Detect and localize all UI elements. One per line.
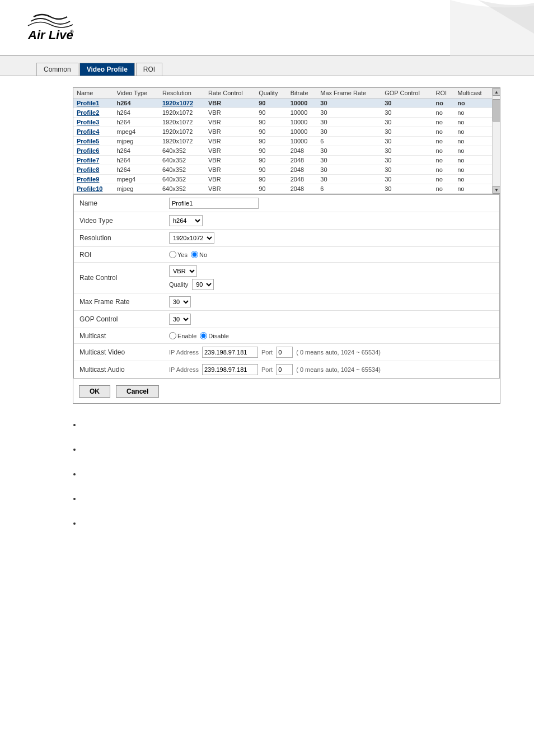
resolution-select[interactable]: 1920x1072 640x352	[169, 232, 214, 244]
table-cell: no	[454, 165, 492, 175]
table-row[interactable]: Profile8h264640x352VBR9020483030nono	[73, 165, 492, 175]
multicast-enable-radio[interactable]	[169, 332, 176, 339]
th-bitrate: Bitrate	[287, 88, 317, 99]
multicast-audio-hint: ( 0 means auto, 1024 ~ 65534)	[296, 366, 381, 373]
table-cell: VBR	[205, 108, 255, 118]
multicast-audio-ip-label: IP Address	[169, 366, 199, 373]
form-row-multicast-audio: Multicast Audio IP Address Port ( 0 mean…	[74, 361, 499, 378]
table-cell: no	[433, 184, 455, 194]
table-cell[interactable]: Profile7	[73, 156, 114, 165]
quality-select[interactable]: 90 80 70 60	[192, 279, 214, 290]
multicast-audio-label: Multicast Audio	[79, 366, 169, 374]
table-scrollbar[interactable]: ▲ ▼	[492, 88, 500, 194]
gop-control-label: GOP Control	[79, 315, 169, 323]
scrollbar-down-button[interactable]: ▼	[493, 186, 500, 194]
roi-label: ROI	[79, 251, 169, 259]
max-frame-rate-control: 30 15 10 6	[169, 296, 494, 307]
tab-roi[interactable]: ROI	[136, 63, 162, 76]
cancel-button[interactable]: Cancel	[116, 385, 159, 398]
roi-yes-option[interactable]: Yes	[169, 251, 188, 258]
table-row[interactable]: Profile10mjpeg640x352VBR902048630nono	[73, 184, 492, 194]
table-cell: VBR	[205, 127, 255, 137]
table-cell: h264	[114, 108, 159, 118]
gop-control-select[interactable]: 30 60 90	[169, 314, 191, 325]
roi-no-radio[interactable]	[191, 251, 198, 258]
table-cell: 1920x1072	[159, 127, 205, 137]
table-cell: 30	[381, 146, 432, 156]
table-cell[interactable]: Profile2	[73, 108, 114, 118]
roi-control: Yes No	[169, 251, 494, 258]
table-cell: 640x352	[159, 156, 205, 165]
scrollbar-thumb[interactable]	[493, 99, 500, 122]
video-type-control: h264 mpeg4 mjpeg	[169, 215, 494, 226]
rate-control-select[interactable]: VBR CBR	[169, 265, 197, 277]
multicast-video-port-input[interactable]	[276, 347, 293, 358]
header: Air Live ®	[0, 0, 534, 56]
multicast-audio-ip-group: IP Address Port ( 0 means auto, 1024 ~ 6…	[169, 364, 494, 375]
table-row[interactable]: Profile6h264640x352VBR9020483030nono	[73, 146, 492, 156]
max-frame-rate-label: Max Frame Rate	[79, 298, 169, 306]
table-cell: 2048	[287, 184, 317, 194]
table-cell[interactable]: Profile9	[73, 175, 114, 184]
tab-common[interactable]: Common	[36, 63, 78, 76]
table-row[interactable]: Profile4mpeg41920x1072VBR90100003030nono	[73, 127, 492, 137]
table-cell: 90	[255, 127, 287, 137]
multicast-audio-ip-input[interactable]	[202, 364, 258, 375]
roi-no-option[interactable]: No	[191, 251, 207, 258]
multicast-disable-option[interactable]: Disable	[200, 332, 229, 339]
table-cell: VBR	[205, 165, 255, 175]
multicast-video-ip-input[interactable]	[202, 347, 258, 358]
multicast-radio-group: Enable Disable	[169, 332, 494, 339]
table-cell: no	[454, 184, 492, 194]
table-cell: 30	[317, 156, 381, 165]
table-cell: VBR	[205, 99, 255, 108]
name-input[interactable]	[169, 198, 259, 209]
table-cell: 90	[255, 175, 287, 184]
table-cell[interactable]: Profile8	[73, 165, 114, 175]
tab-video-profile[interactable]: Video Profile	[79, 63, 135, 76]
multicast-label: Multicast	[79, 332, 169, 340]
bullet-list	[36, 409, 517, 555]
table-cell: 30	[381, 118, 432, 127]
video-type-select[interactable]: h264 mpeg4 mjpeg	[169, 215, 203, 226]
table-row[interactable]: Profile7h264640x352VBR9020483030nono	[73, 156, 492, 165]
multicast-enable-option[interactable]: Enable	[169, 332, 196, 339]
table-row[interactable]: Profile5mjpeg1920x1072VBR9010000630nono	[73, 137, 492, 146]
table-cell[interactable]: Profile3	[73, 118, 114, 127]
table-cell: 1920x1072	[159, 137, 205, 146]
table-cell[interactable]: Profile6	[73, 146, 114, 156]
logo: Air Live ®	[17, 11, 84, 49]
multicast-audio-port-input[interactable]	[276, 364, 293, 375]
table-cell: no	[454, 137, 492, 146]
bullet-4	[81, 494, 472, 502]
table-cell: 10000	[287, 108, 317, 118]
th-rate-control: Rate Control	[205, 88, 255, 99]
table-cell[interactable]: Profile5	[73, 137, 114, 146]
table-cell: 10000	[287, 137, 317, 146]
table-cell: 2048	[287, 156, 317, 165]
table-cell: 30	[381, 127, 432, 137]
header-decoration	[366, 0, 534, 56]
form-buttons: OK Cancel	[73, 380, 500, 403]
table-cell[interactable]: Profile1	[73, 99, 114, 108]
table-cell[interactable]: Profile10	[73, 184, 114, 194]
table-row[interactable]: Profile1h2641920x1072VBR90100003030nono	[73, 99, 492, 108]
roi-yes-radio[interactable]	[169, 251, 176, 258]
multicast-disable-radio[interactable]	[200, 332, 207, 339]
video-type-label: Video Type	[79, 217, 169, 225]
th-quality: Quality	[255, 88, 287, 99]
form-row-video-type: Video Type h264 mpeg4 mjpeg	[74, 212, 499, 230]
table-cell[interactable]: Profile4	[73, 127, 114, 137]
table-cell: 10000	[287, 127, 317, 137]
th-max-frame-rate: Max Frame Rate	[317, 88, 381, 99]
table-row[interactable]: Profile3h2641920x1072VBR90100003030nono	[73, 118, 492, 127]
max-frame-rate-select[interactable]: 30 15 10 6	[169, 296, 191, 307]
table-cell: 30	[381, 156, 432, 165]
table-row[interactable]: Profile2h2641920x1072VBR90100003030nono	[73, 108, 492, 118]
form-row-name: Name	[74, 195, 499, 212]
table-row[interactable]: Profile9mpeg4640x352VBR9020483030nono	[73, 175, 492, 184]
table-cell: 2048	[287, 165, 317, 175]
scrollbar-up-button[interactable]: ▲	[493, 88, 500, 96]
table-cell: no	[433, 137, 455, 146]
ok-button[interactable]: OK	[79, 385, 110, 398]
